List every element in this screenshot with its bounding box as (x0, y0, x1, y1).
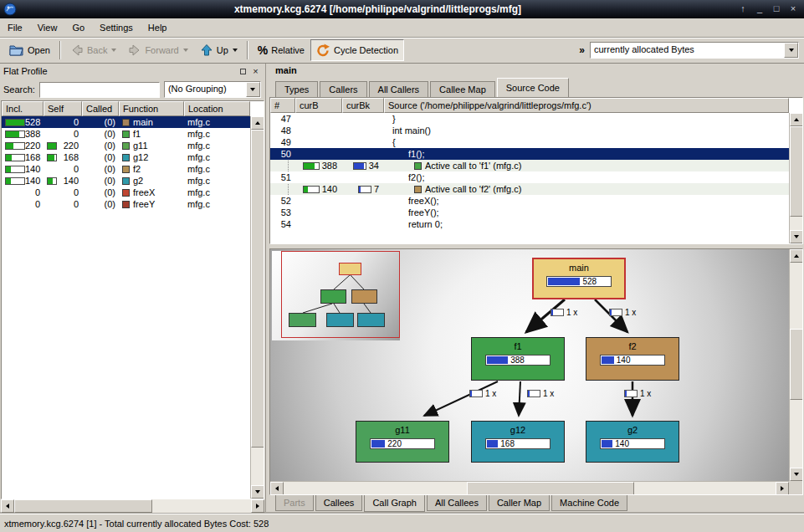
source-line[interactable]: 54 return 0; (270, 218, 789, 230)
shade-button[interactable]: ↑ (735, 3, 750, 16)
graph-node-f2[interactable]: f2 140 (586, 337, 679, 381)
source-line[interactable]: 47 } (270, 113, 789, 125)
table-row-g11[interactable]: 220 220 (0) g11 mfg.c (2, 140, 250, 151)
up-button[interactable]: Up (194, 39, 243, 61)
source-vertical-scrollbar[interactable] (789, 113, 802, 243)
active-call-row-f1[interactable]: 388 34 Active call to 'f1' (mfg.c) (270, 160, 789, 171)
source-line[interactable]: 52 freeX(); (270, 195, 789, 207)
column-header-self[interactable]: Self (44, 101, 82, 116)
curBk-cost-bar (353, 162, 366, 170)
combo-arrow-button[interactable] (784, 43, 798, 58)
back-button[interactable]: Back (64, 39, 122, 61)
combo-arrow-button[interactable] (246, 82, 260, 97)
up-dropdown-icon[interactable] (233, 49, 238, 52)
scroll-up-button[interactable] (790, 113, 803, 126)
dock-header[interactable]: Flat Profile × (0, 64, 265, 79)
scroll-right-button[interactable] (251, 499, 264, 513)
scroll-right-button[interactable] (776, 482, 789, 495)
column-header-called[interactable]: Called (82, 101, 119, 116)
source-line-selected[interactable]: 50 f1(); (270, 148, 789, 160)
column-header-curB[interactable]: curB (295, 98, 342, 113)
table-row-freeY[interactable]: 0 0 (0) freeY mfg.c (2, 198, 250, 210)
dock-close-button[interactable]: × (249, 66, 262, 77)
flat-profile-vertical-scrollbar[interactable] (250, 116, 264, 499)
tab-callees[interactable]: Callees (315, 495, 363, 511)
minimap-viewport-rect[interactable] (281, 251, 400, 338)
graph-node-main[interactable]: main 528 (532, 258, 626, 299)
event-type-combobox[interactable]: currently allocated Bytes (590, 42, 799, 59)
relative-toggle-button[interactable]: % Relative (252, 39, 310, 61)
table-row-freeX[interactable]: 0 0 (0) freeX mfg.c (2, 187, 250, 198)
tab-all-callees[interactable]: All Callees (427, 495, 487, 511)
menu-file[interactable]: File (0, 19, 30, 36)
scroll-up-button[interactable] (251, 116, 264, 130)
forward-button[interactable]: Forward (122, 39, 193, 61)
grouping-combobox[interactable]: (No Grouping) (164, 81, 261, 98)
menu-view[interactable]: View (30, 19, 65, 36)
graph-vertical-scrollbar[interactable] (789, 249, 802, 481)
column-header-incl[interactable]: Incl. (2, 101, 44, 116)
source-line[interactable]: 49 { (270, 136, 789, 148)
table-row-g12[interactable]: 168 168 (0) g12 mfg.c (2, 151, 250, 163)
scroll-down-button[interactable] (790, 230, 803, 243)
tab-types[interactable]: Types (275, 81, 318, 97)
tab-caller-map[interactable]: Caller Map (489, 495, 550, 511)
column-header-function[interactable]: Function (119, 101, 184, 116)
scroll-up-button[interactable] (790, 249, 803, 263)
tree-branch-icon (288, 161, 289, 171)
application-window: xtmemory.kcg.6274 [/home/philippe/valgri… (0, 0, 804, 532)
menu-settings[interactable]: Settings (92, 19, 141, 36)
active-call-row-f2[interactable]: 140 7 Active call to 'f2' (mfg.c) (270, 183, 789, 195)
search-input[interactable] (39, 82, 160, 98)
column-header-location[interactable]: Location (184, 101, 250, 116)
column-header-line[interactable]: # (270, 98, 295, 113)
call-graph-view[interactable]: main 528 f1 388 f2 140 g11 220 g12 168 (269, 248, 803, 495)
tab-callee-map[interactable]: Callee Map (430, 81, 495, 97)
table-row-f2[interactable]: 140 0 (0) f2 mfg.c (2, 163, 250, 175)
scrollbar-thumb[interactable] (790, 329, 803, 400)
table-row-f1[interactable]: 388 0 (0) f1 mfg.c (2, 128, 250, 140)
flat-profile-horizontal-scrollbar[interactable] (1, 499, 264, 513)
source-line[interactable]: 53 freeY(); (270, 207, 789, 218)
scroll-left-button[interactable] (270, 482, 284, 495)
tab-all-callers[interactable]: All Callers (369, 81, 429, 97)
tab-call-graph[interactable]: Call Graph (364, 494, 425, 512)
scrollbar-thumb[interactable] (467, 482, 634, 495)
tab-machine-code[interactable]: Machine Code (551, 495, 627, 511)
scrollbar-thumb[interactable] (790, 126, 803, 217)
graph-node-g2[interactable]: g2 140 (586, 421, 679, 463)
graph-overview-minimap[interactable] (272, 251, 400, 340)
graph-node-g12[interactable]: g12 168 (471, 421, 565, 463)
maximize-button[interactable]: □ (769, 3, 784, 16)
minimize-button[interactable]: _ (752, 3, 767, 16)
forward-dropdown-icon[interactable] (183, 49, 188, 52)
scroll-down-button[interactable] (790, 468, 803, 481)
close-button[interactable]: × (786, 3, 801, 16)
scrollbar-thumb[interactable] (251, 130, 264, 448)
scroll-down-button[interactable] (251, 485, 264, 499)
menu-go[interactable]: Go (64, 19, 92, 36)
titlebar[interactable]: xtmemory.kcg.6274 [/home/philippe/valgri… (0, 0, 804, 18)
dock-float-button[interactable] (237, 66, 249, 77)
tab-parts[interactable]: Parts (275, 495, 314, 511)
tab-source-code[interactable]: Source Code (497, 78, 569, 97)
back-dropdown-icon[interactable] (111, 49, 116, 52)
graph-node-g11[interactable]: g11 220 (356, 421, 449, 463)
source-line[interactable]: 48 int main() (270, 125, 789, 136)
menu-help[interactable]: Help (141, 19, 175, 36)
graph-node-f1[interactable]: f1 388 (471, 337, 565, 381)
cycle-detection-toggle-button[interactable]: Cycle Detection (310, 39, 404, 61)
table-row-g2[interactable]: 140 140 (0) g2 mfg.c (2, 175, 250, 187)
tab-callers[interactable]: Callers (320, 81, 366, 97)
column-header-curBk[interactable]: curBk (342, 98, 384, 113)
scrollbar-thumb[interactable] (14, 499, 152, 513)
node-cost-bar: 140 (600, 355, 665, 366)
source-line[interactable]: 51 f2(); (270, 171, 789, 183)
column-header-source[interactable]: Source ('/home/philippe/valgrind/littlep… (384, 98, 789, 113)
open-button[interactable]: Open (3, 39, 56, 61)
call-cost-bar (609, 309, 622, 316)
toolbar-overflow-button[interactable]: » (574, 44, 590, 56)
graph-horizontal-scrollbar[interactable] (270, 481, 789, 494)
scroll-left-button[interactable] (1, 499, 14, 513)
table-row-main[interactable]: 528 0 (0) main mfg.c (2, 116, 250, 128)
